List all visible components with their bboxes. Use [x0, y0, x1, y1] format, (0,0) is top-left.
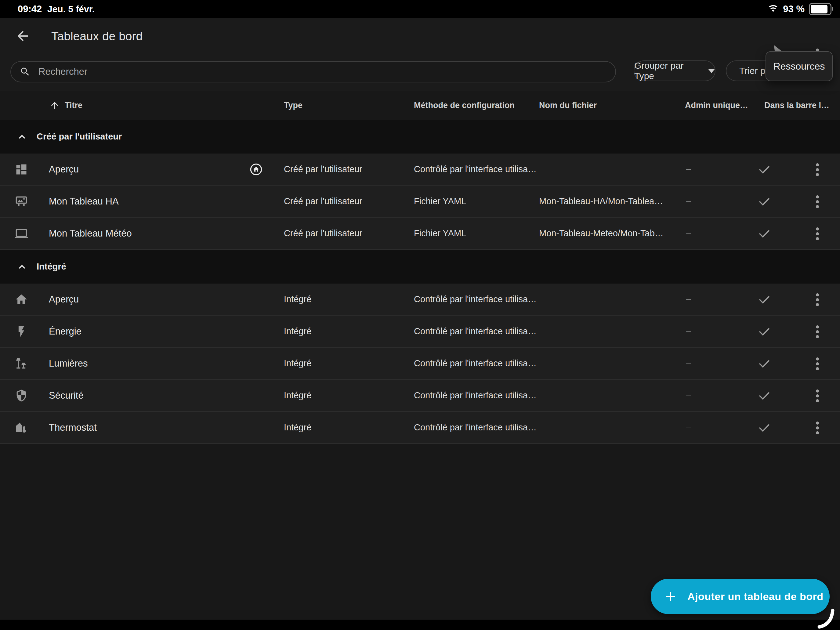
check-icon	[758, 195, 771, 208]
bottom-bezel	[0, 620, 840, 630]
group-label: Intégré	[36, 249, 66, 284]
row-admin-only: –	[686, 348, 691, 379]
check-icon	[758, 163, 771, 176]
row-method: Contrôlé par l'interface utilisa…	[414, 380, 537, 411]
row-overflow-menu-icon[interactable]	[812, 186, 823, 218]
search-icon	[19, 66, 30, 77]
home-circle-icon	[249, 163, 262, 176]
chevron-up-icon	[17, 262, 27, 273]
table-row[interactable]: Mon Tableau HACréé par l'utilisateurFich…	[0, 186, 840, 218]
page-title: Tableaux de bord	[51, 18, 142, 54]
row-method: Fichier YAML	[414, 186, 466, 217]
row-type: Intégré	[284, 316, 311, 347]
home-thermometer-icon	[15, 421, 28, 434]
column-header-title[interactable]: Titre	[65, 91, 82, 120]
table-row[interactable]: ÉnergieIntégréContrôlé par l'interface u…	[0, 316, 840, 348]
shield-icon	[15, 389, 28, 402]
row-method: Contrôlé par l'interface utilisa…	[414, 153, 537, 185]
lamps-icon	[15, 357, 28, 370]
row-overflow-menu-icon[interactable]	[812, 412, 823, 444]
check-icon	[758, 389, 771, 402]
row-admin-only: –	[686, 284, 691, 315]
table-row[interactable]: AperçuCréé par l'utilisateurContrôlé par…	[0, 153, 840, 186]
group-header[interactable]: Créé par l'utilisateur	[0, 120, 840, 153]
column-header-admin[interactable]: Admin unique…	[685, 91, 748, 120]
row-admin-only: –	[686, 218, 691, 249]
chevron-up-icon	[17, 132, 27, 143]
row-title: Énergie	[49, 316, 82, 347]
row-overflow-menu-icon[interactable]	[812, 348, 823, 380]
home-icon	[15, 293, 28, 306]
row-title: Thermostat	[49, 412, 97, 443]
battery-percent: 93 %	[783, 4, 805, 15]
sort-asc-arrow-icon	[49, 100, 60, 112]
column-header-type[interactable]: Type	[284, 91, 303, 120]
row-filename: Mon-Tableau-HA/Mon-Tablea…	[539, 186, 663, 217]
row-method: Contrôlé par l'interface utilisa…	[414, 316, 537, 347]
row-admin-only: –	[686, 186, 691, 217]
row-overflow-menu-icon[interactable]	[812, 218, 823, 249]
group-by-button[interactable]: Grouper par Type	[634, 60, 715, 81]
table-header: Titre Type Méthode de configuration Nom …	[0, 91, 840, 120]
group-header[interactable]: Intégré	[0, 249, 840, 284]
row-admin-only: –	[686, 316, 691, 347]
column-header-filename[interactable]: Nom du fichier	[539, 91, 597, 120]
table-row[interactable]: ThermostatIntégréContrôlé par l'interfac…	[0, 412, 840, 444]
column-header-method[interactable]: Méthode de configuration	[414, 91, 515, 120]
check-icon	[758, 293, 771, 306]
dashboards-settings-screen: 09:42 Jeu. 5 févr. 93 % Tableaux de bord…	[0, 0, 840, 630]
billboard-icon	[15, 195, 28, 208]
add-dashboard-button[interactable]: Ajouter un tableau de bord	[651, 579, 830, 614]
column-header-sidebar[interactable]: Dans la barre l…	[764, 91, 829, 120]
wifi-icon	[768, 4, 778, 14]
check-icon	[758, 357, 771, 370]
chevron-down-icon	[708, 69, 715, 73]
row-title: Aperçu	[49, 284, 79, 315]
row-overflow-menu-icon[interactable]	[812, 316, 823, 348]
toolbar: Rechercher Grouper par Type Trier par T	[0, 54, 840, 92]
row-type: Créé par l'utilisateur	[284, 186, 362, 217]
check-icon	[758, 421, 771, 434]
table-row[interactable]: LumièresIntégréContrôlé par l'interface …	[0, 348, 840, 380]
row-method: Contrôlé par l'interface utilisa…	[414, 348, 537, 379]
row-overflow-menu-icon[interactable]	[812, 153, 823, 186]
row-title: Lumières	[49, 348, 88, 379]
status-bar: 09:42 Jeu. 5 févr. 93 %	[0, 0, 840, 18]
row-title: Mon Tableau HA	[49, 186, 119, 217]
row-type: Intégré	[284, 412, 311, 443]
pen-stroke-decoration	[816, 606, 840, 630]
row-overflow-menu-icon[interactable]	[812, 284, 823, 316]
app-header: Tableaux de bord	[0, 18, 840, 54]
row-admin-only: –	[686, 153, 691, 185]
menu-item-resources[interactable]: Ressources	[774, 61, 825, 72]
row-method: Contrôlé par l'interface utilisa…	[414, 284, 537, 315]
back-arrow-icon[interactable]	[15, 28, 30, 44]
search-placeholder: Rechercher	[38, 66, 87, 77]
row-type: Créé par l'utilisateur	[284, 153, 362, 185]
view-dashboard-icon	[15, 163, 28, 176]
row-title: Aperçu	[49, 153, 79, 185]
clock: 09:42	[18, 0, 42, 18]
table-row[interactable]: Mon Tableau MétéoCréé par l'utilisateurF…	[0, 218, 840, 249]
row-type: Intégré	[284, 348, 311, 379]
row-overflow-menu-icon[interactable]	[812, 380, 823, 412]
row-admin-only: –	[686, 380, 691, 411]
row-type: Intégré	[284, 380, 311, 411]
table-row[interactable]: SécuritéIntégréContrôlé par l'interface …	[0, 380, 840, 412]
plus-icon	[664, 590, 677, 603]
laptop-icon	[15, 227, 28, 240]
check-icon	[758, 227, 771, 240]
row-title: Sécurité	[49, 380, 84, 411]
check-icon	[758, 325, 771, 338]
row-filename: Mon-Tableau-Meteo/Mon-Tab…	[539, 218, 663, 249]
search-input[interactable]: Rechercher	[10, 61, 616, 82]
row-method: Fichier YAML	[414, 218, 466, 249]
table-row[interactable]: AperçuIntégréContrôlé par l'interface ut…	[0, 284, 840, 316]
row-type: Intégré	[284, 284, 311, 315]
group-label: Créé par l'utilisateur	[36, 120, 122, 153]
battery-icon	[809, 3, 831, 15]
row-title: Mon Tableau Météo	[49, 218, 132, 249]
lightning-icon	[15, 325, 28, 338]
row-method: Contrôlé par l'interface utilisa…	[414, 412, 537, 443]
row-type: Créé par l'utilisateur	[284, 218, 362, 249]
